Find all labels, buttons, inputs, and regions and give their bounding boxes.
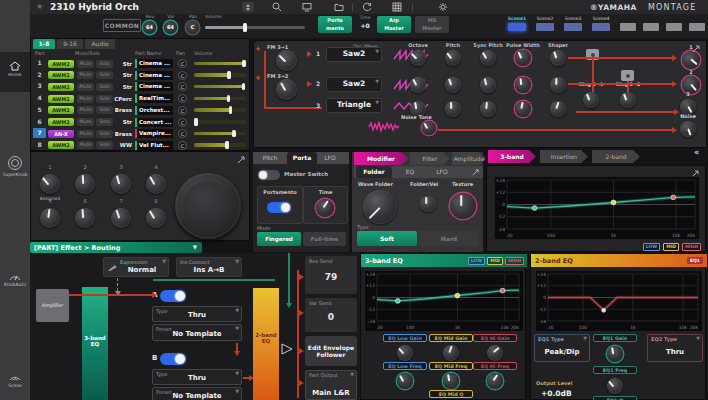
routing-section-header[interactable]: [PART] Effect > Routing ▼ bbox=[30, 242, 202, 253]
part-row-8[interactable]: 8AWM2MuteSoloWWVel Flut...C bbox=[31, 140, 251, 151]
part-volume-slider[interactable] bbox=[194, 73, 246, 77]
master-switch-toggle[interactable] bbox=[258, 170, 280, 180]
part-row-2[interactable]: 2AWM2MuteSoloStrCinema ...C bbox=[31, 70, 251, 81]
eq1-type-selector[interactable]: EQ1 Type ▼ Peak/Dip bbox=[534, 334, 590, 362]
refresh-icon[interactable] bbox=[362, 2, 372, 12]
wave-folder-knob[interactable] bbox=[363, 190, 397, 224]
performance-title[interactable]: 2310 Hybrid Orch bbox=[50, 2, 139, 12]
scene-button-7[interactable] bbox=[663, 16, 683, 36]
part-name[interactable]: Orchest... bbox=[135, 106, 173, 115]
output-level-value[interactable]: +0.0dB bbox=[541, 389, 572, 398]
scene-button-6[interactable] bbox=[640, 16, 660, 36]
insert-a-type[interactable]: Type ▼ Thru bbox=[152, 306, 242, 322]
part-pan[interactable]: C bbox=[178, 106, 187, 115]
solo-button[interactable]: Solo bbox=[96, 130, 113, 138]
eq2-routing-block[interactable]: 2-band EQ bbox=[253, 288, 279, 400]
part-name[interactable]: RealTim... bbox=[135, 94, 173, 103]
part-pan[interactable]: C bbox=[178, 82, 187, 91]
insert-b-type[interactable]: Type ▼ Thru bbox=[152, 369, 242, 385]
osc1-shaper-knob[interactable] bbox=[550, 50, 566, 66]
var-send-knob[interactable]: 64 bbox=[164, 21, 177, 34]
eq-mid-gain-knob[interactable] bbox=[443, 345, 459, 361]
pan-knob[interactable]: C bbox=[186, 21, 199, 34]
title-stepper[interactable] bbox=[242, 2, 254, 12]
portamento-toggle[interactable] bbox=[267, 202, 291, 213]
mute-button[interactable]: Mute bbox=[77, 118, 94, 126]
ring-3-1-knob[interactable] bbox=[583, 92, 599, 108]
assign-knob-2[interactable] bbox=[75, 174, 95, 194]
part-volume-slider[interactable] bbox=[194, 97, 246, 101]
assign-knob-6[interactable] bbox=[75, 208, 95, 228]
part-volume-slider[interactable] bbox=[194, 62, 246, 66]
part-output-selector[interactable]: Part Output ▼ Main L&R bbox=[305, 370, 357, 400]
part-name[interactable]: Cinema ... bbox=[135, 59, 173, 68]
osc1-pitch-knob[interactable] bbox=[445, 50, 461, 66]
favorite-star-icon[interactable]: ★ bbox=[36, 2, 43, 11]
osc3-sync-pitch-knob[interactable] bbox=[480, 101, 496, 117]
osc2-pitch-knob[interactable] bbox=[445, 77, 461, 93]
part-name[interactable]: Cinema ... bbox=[135, 71, 173, 80]
expression-selector[interactable]: Expression ▼ Normal bbox=[103, 257, 169, 277]
assign-knob-1[interactable] bbox=[40, 174, 60, 194]
tab-amplitude[interactable]: Amplitude bbox=[452, 152, 486, 165]
tab-filter[interactable]: Filter bbox=[410, 152, 450, 165]
tab-pitch[interactable]: Pitch bbox=[255, 152, 285, 164]
mute-button[interactable]: Mute bbox=[77, 106, 94, 114]
part-pan[interactable]: C bbox=[178, 94, 187, 103]
collapse-chevrons-icon[interactable]: « bbox=[694, 148, 699, 157]
assign-knob-8[interactable] bbox=[146, 208, 166, 228]
part-row-1[interactable]: 1AWM2MuteSoloStrCinema ...C bbox=[31, 58, 251, 69]
insert-b-switch[interactable] bbox=[160, 353, 186, 365]
solo-button[interactable]: Solo bbox=[96, 71, 113, 79]
eq-hi-gain-knob[interactable] bbox=[487, 345, 503, 361]
insert-b-preset[interactable]: Preset ▼ No Template bbox=[152, 387, 242, 400]
osc2-pulse-width-knob[interactable] bbox=[515, 77, 531, 93]
sidebar-item-knobauto[interactable]: KnobAuto bbox=[0, 262, 30, 300]
osc2-sync-pitch-knob[interactable] bbox=[480, 77, 496, 93]
eq-low-gain-knob[interactable] bbox=[397, 345, 413, 361]
tab-insertion[interactable]: Insertion bbox=[540, 150, 588, 163]
time-value[interactable]: +0 bbox=[357, 22, 373, 29]
expand-panel-icon[interactable] bbox=[237, 156, 245, 164]
part-row-4[interactable]: 4AWM2MuteSoloCPercRealTim...C bbox=[31, 93, 251, 104]
part-volume-slider[interactable] bbox=[194, 108, 246, 112]
osc1-pulse-width-knob[interactable] bbox=[515, 50, 531, 66]
edit-envelope-follower-button[interactable]: Edit Envelope Follower bbox=[305, 336, 357, 366]
eq3-graph[interactable]: 201001k10k20k+24+120-12-24 bbox=[364, 270, 524, 332]
eq2-graph[interactable]: 201001k10k20k+24+120-12-24 bbox=[535, 270, 703, 332]
assign-knob-7[interactable] bbox=[111, 208, 131, 228]
eq-low-freq-knob[interactable] bbox=[397, 373, 413, 389]
expand-panel-icon[interactable] bbox=[692, 45, 700, 53]
part-volume-slider[interactable] bbox=[194, 85, 246, 89]
portamento-button[interactable]: Porta mento bbox=[318, 16, 352, 33]
part-pan[interactable]: C bbox=[178, 141, 187, 150]
noise-tone-knob[interactable] bbox=[422, 121, 436, 135]
part-pan[interactable]: C bbox=[178, 129, 187, 138]
mode-fingered-button[interactable]: Fingered bbox=[257, 232, 301, 246]
assign-knob-3[interactable] bbox=[111, 174, 131, 194]
tab-parts-audio[interactable]: Audio bbox=[85, 39, 115, 49]
solo-button[interactable]: Solo bbox=[96, 141, 113, 149]
scene-button-8[interactable] bbox=[686, 16, 706, 36]
super-knob[interactable] bbox=[175, 173, 241, 239]
mute-button[interactable]: Mute bbox=[77, 71, 94, 79]
mute-button[interactable]: Mute bbox=[77, 130, 94, 138]
settings-gear-icon[interactable] bbox=[438, 2, 448, 12]
osc2-shaper-knob[interactable] bbox=[550, 77, 566, 93]
part-pan[interactable]: C bbox=[178, 118, 187, 127]
eq1-gain-knob[interactable] bbox=[607, 346, 623, 362]
scene-button-2[interactable]: Scene2 bbox=[533, 16, 557, 36]
sidebar-item-home[interactable]: Home bbox=[0, 52, 30, 92]
tab-2-band[interactable]: 2-band bbox=[592, 150, 640, 163]
part-pan[interactable]: C bbox=[178, 59, 187, 68]
part-row-6[interactable]: 6AWM2MuteSoloStrConcert ...C bbox=[31, 117, 251, 128]
tab-lfo[interactable]: LFO bbox=[319, 152, 341, 164]
folder-vel-knob[interactable] bbox=[420, 196, 436, 212]
type-hard-button[interactable]: Hard bbox=[419, 231, 479, 246]
osc3-pulse-width-knob[interactable] bbox=[515, 101, 531, 117]
solo-button[interactable]: Solo bbox=[96, 118, 113, 126]
part-row-7[interactable]: 7AN-XMuteSoloBrassVampire...C bbox=[31, 128, 251, 139]
mute-button[interactable]: Mute bbox=[77, 141, 94, 149]
osc1-wave-selector[interactable]: ▼ Saw2 bbox=[326, 47, 382, 62]
solo-button[interactable]: Solo bbox=[96, 83, 113, 91]
